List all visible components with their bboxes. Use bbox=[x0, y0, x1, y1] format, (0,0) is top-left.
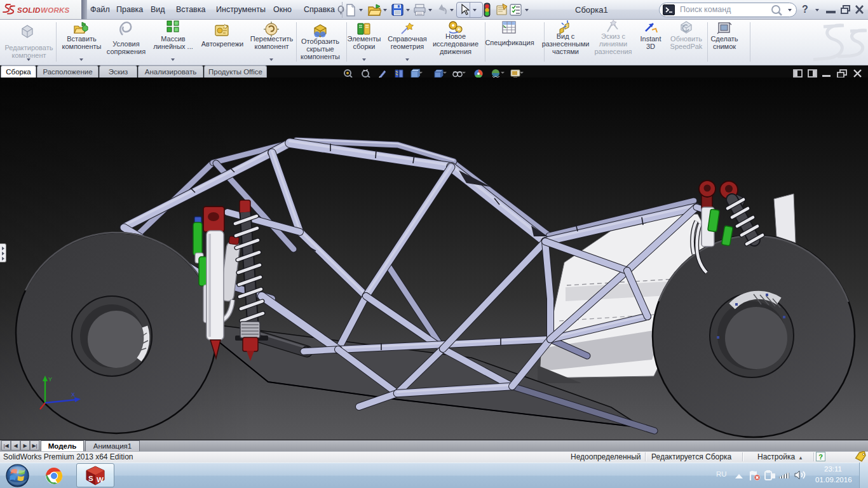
svg-text:W: W bbox=[97, 476, 104, 484]
svg-text:S: S bbox=[88, 475, 93, 482]
svg-text:Y: Y bbox=[48, 376, 52, 383]
svg-text:WORKS: WORKS bbox=[41, 6, 70, 14]
svg-text:X: X bbox=[71, 391, 75, 398]
svg-text:SOLID: SOLID bbox=[17, 6, 41, 14]
